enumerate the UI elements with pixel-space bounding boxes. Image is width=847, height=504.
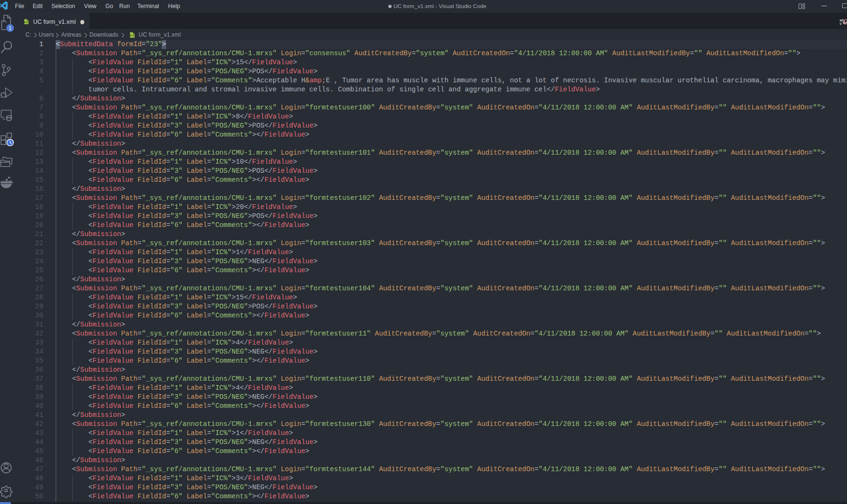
svg-text:c: c bbox=[840, 21, 842, 26]
svg-text:1: 1 bbox=[9, 25, 11, 31]
